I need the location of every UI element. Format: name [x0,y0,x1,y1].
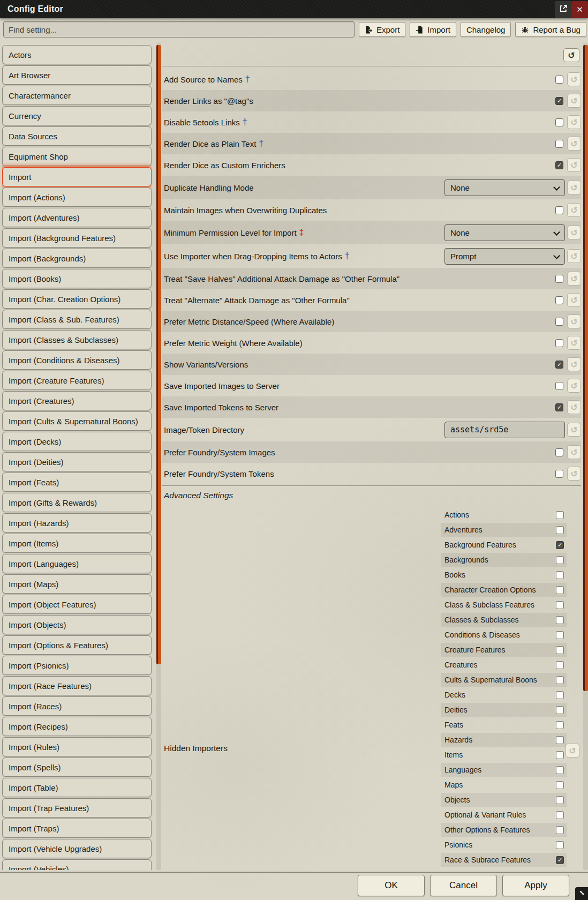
setting-reset-button[interactable]: ↺ [567,423,581,437]
setting-reset-button[interactable]: ↺ [567,249,581,263]
popout-button[interactable] [555,1,571,18]
hidden-importer-checkbox[interactable] [556,781,564,789]
directory-input[interactable] [450,425,559,434]
sidebar-item-import-adventures[interactable]: Import (Adventures) [2,208,152,227]
setting-reset-button[interactable]: ↺ [567,72,581,86]
setting-checkbox[interactable] [555,275,563,283]
sidebar-item-import-objects[interactable]: Import (Objects) [2,615,152,634]
report-bug-button[interactable]: Report a Bug [515,22,586,37]
hidden-importer-checkbox[interactable] [556,766,564,774]
sidebar-item-import-feats[interactable]: Import (Feats) [2,472,152,492]
setting-reset-button[interactable]: ↺ [567,336,581,350]
sidebar-item-import-creatures[interactable]: Import (Creatures) [2,391,152,410]
sidebar-item-import-books[interactable]: Import (Books) [2,269,152,288]
hidden-importer-checkbox[interactable] [556,571,564,579]
setting-reset-button[interactable]: ↺ [567,181,581,194]
sidebar-item-import-class-sub-features[interactable]: Import (Class & Sub. Features) [2,310,152,329]
sidebar-item-import-classes-subclasses[interactable]: Import (Classes & Subclasses) [2,330,152,349]
hidden-importer-checkbox[interactable] [556,661,564,669]
setting-select[interactable]: Prompt [444,248,565,265]
sidebar-item-import-decks[interactable]: Import (Decks) [2,432,152,451]
sidebar-item-import-recipes[interactable]: Import (Recipes) [2,717,152,736]
sidebar-item-import-backgrounds[interactable]: Import (Backgrounds) [2,249,152,268]
setting-checkbox[interactable] [555,318,563,326]
search-input[interactable] [3,21,355,38]
hidden-importers-reset-button[interactable]: ↺ [566,744,579,758]
setting-reset-button[interactable]: ↺ [567,137,581,151]
hidden-importer-checkbox[interactable] [556,616,564,624]
setting-select[interactable]: None [444,179,565,196]
changelog-button[interactable]: Changelog [461,22,511,37]
setting-checkbox[interactable]: ✓ [555,361,563,369]
sidebar-item-import[interactable]: Import [2,167,152,186]
hidden-importer-checkbox[interactable] [556,646,564,654]
reset-section-button[interactable]: ↺ [563,48,579,62]
import-button[interactable]: Import [410,22,456,37]
close-button[interactable]: ✕ [571,1,588,18]
sidebar-item-import-gifts-rewards[interactable]: Import (Gifts & Rewards) [2,493,152,512]
sidebar-item-import-table[interactable]: Import (Table) [2,778,152,797]
hidden-importer-checkbox[interactable] [556,796,564,804]
hidden-importer-checkbox[interactable] [556,676,564,684]
sidebar-item-import-maps[interactable]: Import (Maps) [2,574,152,594]
hidden-importer-checkbox[interactable] [556,811,564,819]
sidebar-item-import-options-features[interactable]: Import (Options & Features) [2,635,152,655]
sidebar-item-import-object-features[interactable]: Import (Object Features) [2,595,152,614]
sidebar-item-import-races[interactable]: Import (Races) [2,696,152,716]
setting-reset-button[interactable]: ↺ [567,400,581,414]
export-button[interactable]: Export [359,22,405,37]
sidebar-item-import-traps[interactable]: Import (Traps) [2,819,152,838]
setting-checkbox[interactable] [555,448,563,456]
hidden-importer-checkbox[interactable] [556,841,564,849]
sidebar-item-import-char-creation-options[interactable]: Import (Char. Creation Options) [2,289,152,309]
hidden-importer-checkbox[interactable] [556,556,564,564]
setting-reset-button[interactable]: ↺ [567,226,581,239]
hidden-importer-checkbox[interactable] [556,631,564,639]
sidebar-item-import-creature-features[interactable]: Import (Creature Features) [2,371,152,390]
setting-reset-button[interactable]: ↺ [567,467,581,481]
setting-checkbox[interactable]: ✓ [555,161,563,169]
sidebar-item-charactermancer[interactable]: Charactermancer [2,86,152,105]
hidden-importer-checkbox[interactable] [556,706,564,714]
sidebar-item-currency[interactable]: Currency [2,106,152,125]
sidebar-item-import-background-features[interactable]: Import (Background Features) [2,228,152,248]
sidebar-item-import-vehicle-upgrades[interactable]: Import (Vehicle Upgrades) [2,839,152,858]
sidebar-item-import-deities[interactable]: Import (Deities) [2,452,152,471]
setting-checkbox[interactable]: ✓ [555,97,563,105]
setting-reset-button[interactable]: ↺ [567,115,581,129]
sidebar-item-import-psionics[interactable]: Import (Psionics) [2,656,152,675]
sidebar-item-import-languages[interactable]: Import (Languages) [2,554,152,573]
hidden-importer-checkbox[interactable] [556,526,564,534]
setting-reset-button[interactable]: ↺ [567,272,581,286]
setting-reset-button[interactable]: ↺ [567,357,581,371]
hidden-importer-checkbox[interactable] [556,751,564,759]
sidebar-item-import-items[interactable]: Import (Items) [2,534,152,553]
sidebar-item-import-cults-supernatural-boons[interactable]: Import (Cults & Supernatural Boons) [2,411,152,431]
sidebar-item-import-spells[interactable]: Import (Spells) [2,758,152,777]
setting-reset-button[interactable]: ↺ [567,314,581,328]
sidebar-item-import-conditions-diseases[interactable]: Import (Conditions & Diseases) [2,350,152,370]
sidebar-item-import-trap-features[interactable]: Import (Trap Features) [2,798,152,818]
hidden-importer-checkbox[interactable] [556,601,564,609]
setting-checkbox[interactable] [555,206,563,214]
cancel-button[interactable]: Cancel [430,875,497,896]
setting-checkbox[interactable]: ✓ [555,403,563,411]
setting-checkbox[interactable] [555,140,563,148]
hidden-importer-checkbox[interactable] [556,721,564,729]
setting-checkbox[interactable] [555,118,563,126]
hidden-importer-checkbox[interactable] [556,691,564,699]
setting-checkbox[interactable] [555,339,563,347]
sidebar-item-import-actions[interactable]: Import (Actions) [2,188,152,207]
resize-handle[interactable] [575,887,588,900]
setting-checkbox[interactable] [555,382,563,390]
sidebar-item-import-race-features[interactable]: Import (Race Features) [2,676,152,695]
sidebar-item-import-hazards[interactable]: Import (Hazards) [2,513,152,532]
setting-select[interactable]: None [444,224,565,241]
hidden-importer-checkbox[interactable] [556,736,564,744]
setting-checkbox[interactable] [555,470,563,478]
setting-reset-button[interactable]: ↺ [567,379,581,393]
sidebar-item-equipment-shop[interactable]: Equipment Shop [2,147,152,166]
main-scrollbar[interactable] [583,43,588,870]
setting-reset-button[interactable]: ↺ [567,445,581,459]
sidebar-item-actors[interactable]: Actors [2,45,152,64]
